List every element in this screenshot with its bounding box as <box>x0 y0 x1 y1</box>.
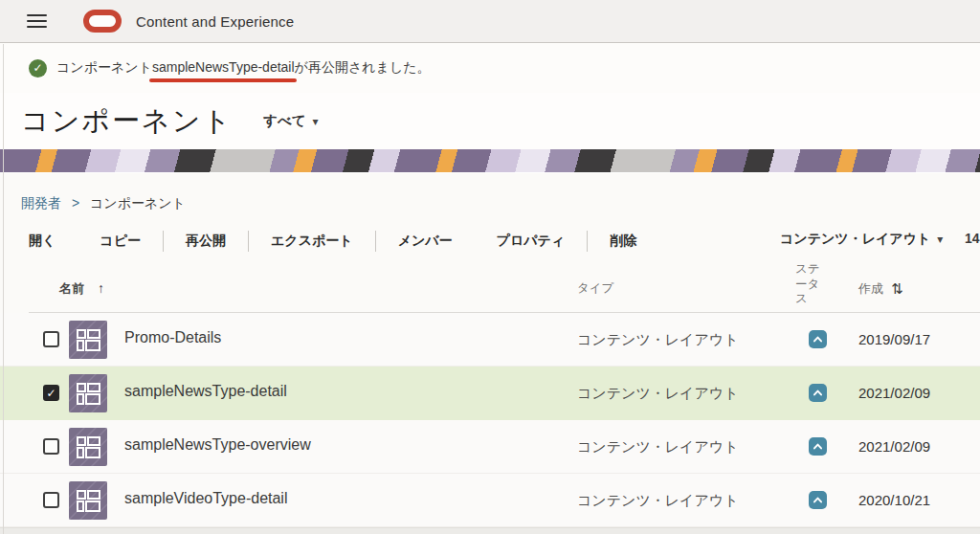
type-filter-dropdown[interactable]: コンテンツ・レイアウト ▾ <box>780 231 943 248</box>
page-header: コンポーネント すべて ▾ <box>0 93 980 149</box>
component-type: コンテンツ・レイアウト <box>577 385 739 403</box>
toolbar-action-button[interactable]: コピー <box>78 233 163 250</box>
status-published-icon[interactable] <box>809 384 827 402</box>
component-created-date: 2019/09/17 <box>858 331 930 347</box>
notification-banner: ✓ コンポーネントsampleNewsType-detailが再公開されました。 <box>0 43 980 93</box>
hamburger-menu-icon[interactable] <box>27 14 47 29</box>
toolbar-action-button[interactable]: メンバー <box>376 233 475 250</box>
components-table: ✓ Promo-Details コンテンツ・レイアウト 2019/09/17 ✓ <box>0 313 980 527</box>
component-layout-icon <box>69 321 107 359</box>
status-published-icon[interactable] <box>809 437 827 456</box>
toolbar-actions: 開く コピー 再公開 エクスポート メンバー プロパティ 削除 <box>29 231 658 252</box>
panel-left-edge <box>3 44 4 534</box>
component-created-date: 2020/10/21 <box>858 492 930 508</box>
row-checkbox[interactable]: ✓ <box>43 331 59 347</box>
column-header-status[interactable]: ステータス <box>795 262 824 307</box>
notification-component-name: sampleNewsType-detail <box>152 59 295 75</box>
component-type: コンテンツ・レイアウト <box>577 331 739 349</box>
page-title: コンポーネント <box>21 102 233 141</box>
sort-toggle-icon: ⇅ <box>891 280 903 298</box>
notification-prefix: コンポーネント <box>56 59 152 75</box>
row-checkbox[interactable]: ✓ <box>43 385 59 401</box>
item-count: 14 <box>965 231 980 246</box>
chevron-down-icon: ▾ <box>313 116 319 127</box>
notification-suffix: が再公開されました。 <box>295 59 431 75</box>
type-filter-label: コンテンツ・レイアウト <box>780 231 930 248</box>
table-row[interactable]: ✓ sampleVideoType-detail コンテンツ・レイアウト 202… <box>0 474 980 527</box>
components-panel: 開発者 > コンポーネント 開く コピー 再公開 エクスポート メンバー プロパ… <box>0 173 980 534</box>
component-type: コンテンツ・レイアウト <box>577 492 739 510</box>
component-layout-icon <box>69 374 107 412</box>
component-type: コンテンツ・レイアウト <box>577 438 739 456</box>
column-header-created[interactable]: 作成⇅ <box>858 280 903 298</box>
component-created-date: 2021/02/09 <box>858 438 930 455</box>
breadcrumb-separator: > <box>72 195 79 211</box>
column-header-name[interactable]: 名前↑ <box>59 280 104 298</box>
scope-filter-dropdown[interactable]: すべて ▾ <box>263 112 319 130</box>
breadcrumb-developer-link[interactable]: 開発者 <box>21 195 61 211</box>
toolbar-action-button[interactable]: エクスポート <box>249 233 375 250</box>
bottom-strip <box>0 527 980 534</box>
table-row[interactable]: ✓ sampleNewsType-overview コンテンツ・レイアウト 20… <box>0 420 980 474</box>
status-published-icon[interactable] <box>809 491 827 509</box>
column-header-type[interactable]: タイプ <box>577 280 613 297</box>
component-layout-icon <box>69 481 107 520</box>
top-app-bar: Content and Experience <box>0 0 980 43</box>
table-row[interactable]: ✓ sampleNewsType-detail コンテンツ・レイアウト 2021… <box>0 367 980 420</box>
component-name[interactable]: sampleNewsType-overview <box>124 436 311 454</box>
success-check-icon: ✓ <box>29 59 47 78</box>
component-name[interactable]: sampleVideoType-detail <box>124 490 287 507</box>
table-row[interactable]: ✓ Promo-Details コンテンツ・レイアウト 2019/09/17 <box>0 313 980 367</box>
app-title: Content and Experience <box>136 13 294 30</box>
notification-message: コンポーネントsampleNewsType-detailが再公開されました。 <box>56 59 431 77</box>
row-checkbox[interactable]: ✓ <box>43 438 59 455</box>
component-name[interactable]: Promo-Details <box>124 329 221 346</box>
toolbar-action-button[interactable]: プロパティ <box>475 233 588 250</box>
breadcrumb-current: コンポーネント <box>90 195 186 211</box>
scope-filter-label: すべて <box>263 112 306 130</box>
checkmark-icon: ✓ <box>46 388 56 399</box>
banner-image <box>0 149 980 172</box>
breadcrumb: 開発者 > コンポーネント <box>21 195 186 212</box>
status-published-icon[interactable] <box>809 330 827 348</box>
toolbar-action-button[interactable]: 開く <box>29 233 78 250</box>
toolbar-action-button[interactable]: 削除 <box>588 233 658 250</box>
sort-ascending-icon: ↑ <box>98 280 104 296</box>
row-checkbox[interactable]: ✓ <box>43 492 59 508</box>
toolbar-action-button[interactable]: 再公開 <box>164 233 248 250</box>
component-name[interactable]: sampleNewsType-detail <box>124 383 287 400</box>
chevron-down-icon: ▾ <box>937 234 943 245</box>
component-layout-icon <box>69 428 107 466</box>
component-created-date: 2021/02/09 <box>858 385 930 401</box>
oracle-logo <box>83 10 122 33</box>
